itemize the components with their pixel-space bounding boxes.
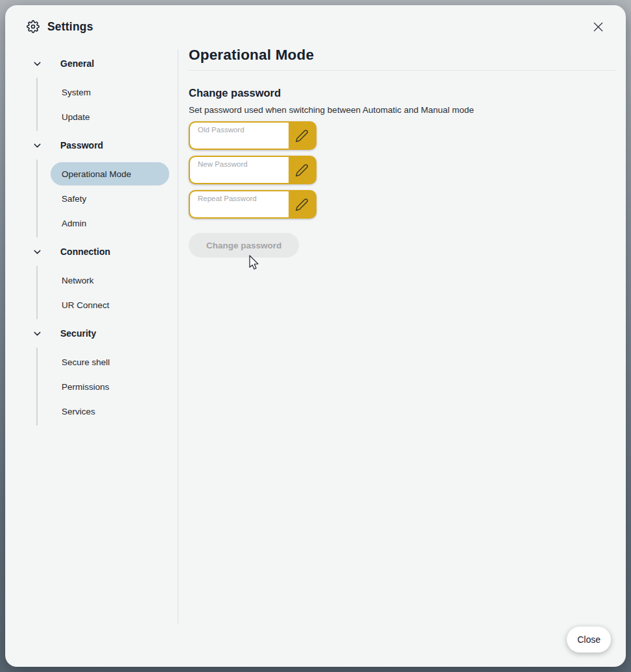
change-password-button[interactable]: Change password (189, 233, 299, 258)
sidebar-item-secure-shell[interactable]: Secure shell (51, 350, 169, 374)
repeat-password-edit-button[interactable] (289, 191, 315, 217)
pencil-icon (295, 163, 309, 177)
sidebar-section-password: Password Operational Mode Safety Admin (5, 131, 178, 237)
chevron-down-icon (32, 246, 43, 258)
sidebar-section-security: Security Secure shell Permissions Servic… (5, 319, 178, 426)
chevron-down-icon (32, 140, 43, 151)
pencil-icon (295, 198, 309, 211)
sidebar-item-network[interactable]: Network (51, 269, 169, 292)
close-button[interactable]: Close (567, 627, 611, 653)
sidebar-section-general: General System Update (5, 49, 178, 131)
settings-content: Operational Mode Change password Set pas… (189, 44, 615, 258)
new-password-edit-button[interactable] (289, 157, 315, 183)
chevron-down-icon (32, 328, 43, 339)
old-password-edit-button[interactable] (289, 123, 315, 149)
repeat-password-input[interactable] (190, 191, 289, 217)
sidebar-item-admin[interactable]: Admin (51, 211, 169, 235)
settings-dialog: Settings General System Update (5, 5, 626, 667)
sidebar-item-permissions[interactable]: Permissions (51, 375, 169, 398)
dialog-header: Settings (5, 5, 626, 48)
old-password-input[interactable] (190, 123, 289, 149)
pencil-icon (295, 129, 309, 143)
sidebar-header-label: Security (60, 328, 96, 339)
sidebar-header-connection[interactable]: Connection (5, 237, 178, 266)
sidebar-header-label: General (60, 58, 94, 69)
sidebar-item-operational-mode[interactable]: Operational Mode (51, 162, 169, 186)
sidebar-header-password[interactable]: Password (5, 131, 178, 160)
sidebar-header-label: Connection (60, 246, 110, 257)
password-fields (189, 121, 615, 219)
sidebar-item-services[interactable]: Services (51, 400, 169, 423)
gear-icon (27, 20, 40, 33)
sidebar-items-security: Secure shell Permissions Services (36, 348, 178, 426)
title-divider (189, 70, 615, 71)
sidebar-items-general: System Update (36, 78, 178, 131)
sidebar-section-connection: Connection Network UR Connect (5, 237, 178, 319)
page-title: Operational Mode (189, 44, 615, 66)
sidebar-item-safety[interactable]: Safety (51, 187, 169, 210)
settings-sidebar: General System Update Password Operation… (5, 49, 178, 623)
sidebar-item-system[interactable]: System (51, 80, 169, 104)
sidebar-items-connection: Network UR Connect (36, 266, 178, 319)
old-password-field (189, 121, 316, 150)
sidebar-header-label: Password (60, 140, 103, 150)
new-password-input[interactable] (190, 157, 289, 183)
sidebar-items-password: Operational Mode Safety Admin (36, 160, 178, 237)
sidebar-item-update[interactable]: Update (51, 105, 169, 128)
change-password-description: Set password used when switching between… (189, 105, 615, 115)
change-password-heading: Change password (189, 87, 615, 99)
repeat-password-field (189, 190, 316, 219)
close-icon[interactable] (588, 17, 608, 36)
chevron-down-icon (32, 58, 43, 69)
dialog-title: Settings (47, 20, 93, 34)
new-password-field (189, 156, 316, 184)
sidebar-item-ur-connect[interactable]: UR Connect (51, 293, 169, 317)
sidebar-header-general[interactable]: General (5, 49, 178, 78)
sidebar-header-security[interactable]: Security (5, 319, 178, 348)
